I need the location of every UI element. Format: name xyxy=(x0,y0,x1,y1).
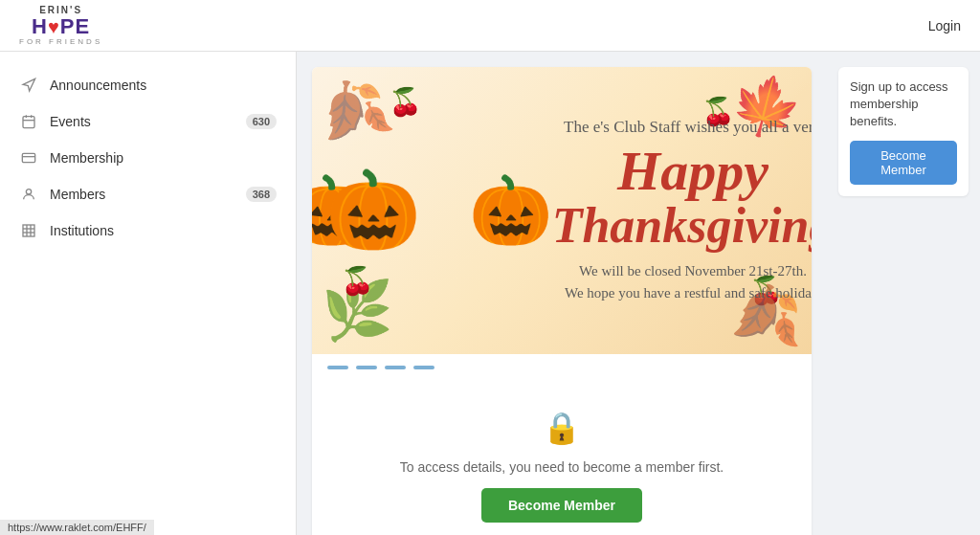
sidebar: Announcements Events 630 Membership Memb… xyxy=(0,52,297,535)
card-icon xyxy=(19,148,38,167)
main-card: 🍂 🍁 🍒 🍒 🌿 🎃 🎃 🎃 🍒 🍒 🍂 The e's Club Staff… xyxy=(312,67,812,535)
status-url: https://www.raklet.com/EHFF/ xyxy=(8,522,146,533)
sidebar-item-events[interactable]: Events 630 xyxy=(0,103,296,140)
sidebar-label-membership: Membership xyxy=(50,150,277,166)
logo: ERIN'S H♥PE FOR FRIENDS xyxy=(19,5,102,47)
banner-top-text: The e's Club Staff wishes you all a very xyxy=(552,118,812,137)
sidebar-label-members: Members xyxy=(50,187,246,202)
logo-top: ERIN'S xyxy=(19,5,102,15)
sidebar-item-institutions[interactable]: Institutions xyxy=(0,212,296,249)
lock-icon: 🔒 xyxy=(543,410,581,446)
dot-2[interactable] xyxy=(356,366,377,369)
berry-decoration-tl: 🍒 xyxy=(389,86,422,118)
berry-decoration-bl: 🍒 xyxy=(341,265,374,297)
megaphone-icon xyxy=(19,76,38,95)
login-button[interactable]: Login xyxy=(928,18,961,33)
signup-text: Sign up to access membership benefits. xyxy=(850,78,957,131)
banner-thanksgiving: Thanksgiving xyxy=(552,201,812,251)
thanksgiving-banner: 🍂 🍁 🍒 🍒 🌿 🎃 🎃 🎃 🍒 🍒 🍂 The e's Club Staff… xyxy=(312,67,812,354)
logo-heart: ♥ xyxy=(48,16,60,37)
become-member-button-bottom[interactable]: Become Member xyxy=(481,488,642,523)
dot-1[interactable] xyxy=(327,366,348,369)
banner-happy: Happy xyxy=(552,141,812,202)
content-area: 🍂 🍁 🍒 🍒 🌿 🎃 🎃 🎃 🍒 🍒 🍂 The e's Club Staff… xyxy=(297,52,827,535)
lock-message: To access details, you need to become a … xyxy=(400,459,724,475)
svg-rect-7 xyxy=(23,225,34,236)
pumpkin-right: 🎃 xyxy=(469,171,552,250)
sidebar-item-members[interactable]: Members 368 xyxy=(0,176,296,212)
logo-bottom: FOR FRIENDS xyxy=(19,38,102,47)
building-icon xyxy=(19,221,38,240)
become-member-button[interactable]: Become Member xyxy=(850,141,957,185)
calendar-icon xyxy=(19,112,38,131)
logo-main: H♥PE xyxy=(19,15,102,38)
person-icon xyxy=(19,185,38,204)
sidebar-item-membership[interactable]: Membership xyxy=(0,140,296,176)
svg-rect-0 xyxy=(23,117,34,128)
sidebar-label-events: Events xyxy=(50,114,246,129)
svg-rect-4 xyxy=(22,153,34,162)
status-bar: https://www.raklet.com/EHFF/ xyxy=(0,520,154,535)
membership-signup-card: Sign up to access membership benefits. B… xyxy=(838,67,969,196)
banner-text: The e's Club Staff wishes you all a very… xyxy=(552,118,812,304)
pagination-dots xyxy=(312,354,812,381)
events-badge: 630 xyxy=(246,114,277,129)
right-sidebar: Sign up to access membership benefits. B… xyxy=(827,52,980,535)
pumpkin-middle: 🎃 xyxy=(325,166,421,256)
sidebar-label-institutions: Institutions xyxy=(50,223,277,238)
dot-3[interactable] xyxy=(385,366,406,369)
header: ERIN'S H♥PE FOR FRIENDS Login xyxy=(0,0,980,52)
lock-section: 🔒 To access details, you need to become … xyxy=(312,381,812,535)
banner-closed-line1: We will be closed November 21st-27th. We… xyxy=(552,260,812,303)
leaf-decoration-tl: 🍂 xyxy=(312,67,398,155)
dot-4[interactable] xyxy=(413,366,434,369)
svg-point-6 xyxy=(26,189,31,194)
members-badge: 368 xyxy=(246,187,277,202)
sidebar-label-announcements: Announcements xyxy=(50,78,277,93)
main-layout: Announcements Events 630 Membership Memb… xyxy=(0,52,980,535)
logo-text: ERIN'S H♥PE FOR FRIENDS xyxy=(19,5,102,47)
sidebar-item-announcements[interactable]: Announcements xyxy=(0,67,296,103)
